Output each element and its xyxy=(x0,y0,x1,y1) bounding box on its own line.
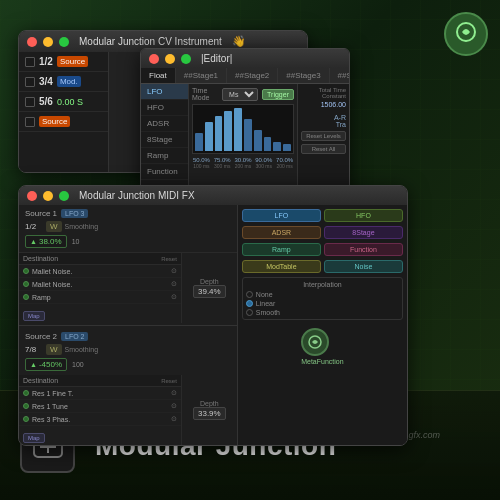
radio-none[interactable] xyxy=(246,291,253,298)
hfo-type-btn[interactable]: HFO xyxy=(324,209,403,222)
tab-stage2[interactable]: ##Stage2 xyxy=(227,68,278,83)
tab-stage4[interactable]: ##Stage4 xyxy=(330,68,350,83)
editor-expand-dot[interactable] xyxy=(181,54,191,64)
interp-none-label: None xyxy=(256,291,273,298)
source2-row: Source 2 LFO 2 xyxy=(25,332,231,341)
interp-smooth[interactable]: Smooth xyxy=(246,309,399,316)
midi-minimize-dot[interactable] xyxy=(43,191,53,201)
dest1-reset[interactable]: Reset xyxy=(161,256,177,262)
interp-none[interactable]: None xyxy=(246,291,399,298)
menu-adsr[interactable]: ADSR xyxy=(141,116,188,132)
reset-levels-btn[interactable]: Reset Levels xyxy=(301,131,346,141)
ramp-type-btn[interactable]: Ramp xyxy=(242,243,321,256)
trigger-btn[interactable]: Trigger xyxy=(262,89,294,100)
right-label-tra: Tra xyxy=(301,121,346,128)
tab-stage3[interactable]: ##Stage3 xyxy=(278,68,329,83)
source1-w-badge: W xyxy=(46,221,62,232)
tab-stage1[interactable]: ##Stage1 xyxy=(176,68,227,83)
dest2-dot-3 xyxy=(23,416,29,422)
radio-smooth[interactable] xyxy=(246,309,253,316)
cv-checkbox-2[interactable] xyxy=(25,77,35,87)
source2-lfo-badge: LFO 2 xyxy=(61,332,88,341)
dest-dot-2 xyxy=(23,281,29,287)
editor-sidebar: LFO HFO ADSR 8Stage Ramp Function ModTab… xyxy=(141,84,189,196)
cv-window-title: Modular Junction CV Instrument xyxy=(79,36,222,47)
cv-mod-label-2: Mod. xyxy=(57,76,81,87)
dest1-map-btn[interactable]: Map xyxy=(23,311,45,321)
menu-ramp[interactable]: Ramp xyxy=(141,148,188,164)
midi-close-dot[interactable] xyxy=(27,191,37,201)
bar-9 xyxy=(273,142,281,151)
cv-fraction-2: 3/4 xyxy=(39,76,53,87)
source1-depth-col: Depth 39.4% xyxy=(182,253,237,323)
right-label-a: A-R xyxy=(301,114,346,121)
dest1-name-2: Mallet Noise. xyxy=(32,281,168,288)
total-time-value: 1506.00 xyxy=(301,101,346,108)
function-type-btn[interactable]: Function xyxy=(324,243,403,256)
dest2-reset[interactable]: Reset xyxy=(161,378,177,384)
dest2-name-2: Res 1 Tune xyxy=(32,403,168,410)
midi-left-panel: Source 1 LFO 3 1/2 W Smoothing ▲ 38.0% 1… xyxy=(19,205,238,445)
interp-linear[interactable]: Linear xyxy=(246,300,399,307)
source2-dest-col: Destination Reset Res 1 Fine T. ⊙ Res 1 … xyxy=(19,375,182,445)
source1-lfo-badge: LFO 3 xyxy=(61,209,88,218)
depth1-value: 39.4% xyxy=(193,285,226,298)
noise-type-btn[interactable]: Noise xyxy=(324,260,403,273)
menu-hfo[interactable]: HFO xyxy=(141,100,188,116)
ms-select[interactable]: Ms xyxy=(222,88,258,101)
cv-row-3: 5/6 0.00 S xyxy=(19,92,108,112)
midi-body: Source 1 LFO 3 1/2 W Smoothing ▲ 38.0% 1… xyxy=(19,205,407,445)
source2-pct: ▲ -450% xyxy=(25,358,67,371)
dest2-name-3: Res 3 Phas. xyxy=(32,416,168,423)
cv-left-panel: 1/2 Source 3/4 Mod. 5/6 0.00 S Source xyxy=(19,52,109,172)
logo-icon xyxy=(455,21,477,48)
source1-row: Source 1 LFO 3 xyxy=(25,209,231,218)
menu-8stage[interactable]: 8Stage xyxy=(141,132,188,148)
editor-minimize-dot[interactable] xyxy=(165,54,175,64)
source2-dot-num: 100 xyxy=(70,361,86,368)
expand-dot[interactable] xyxy=(59,37,69,47)
menu-function[interactable]: Function xyxy=(141,164,188,180)
adsr-type-btn[interactable]: ADSR xyxy=(242,226,321,239)
source1-controls: 1/2 W Smoothing xyxy=(25,221,231,232)
cv-fraction-3: 5/6 xyxy=(39,96,53,107)
editor-close-dot[interactable] xyxy=(149,54,159,64)
dest2-row-1: Res 1 Fine T. ⊙ xyxy=(19,387,181,400)
radio-linear[interactable] xyxy=(246,300,253,307)
cv-checkbox-4[interactable] xyxy=(25,117,35,127)
reset-all-btn[interactable]: Reset All xyxy=(301,144,346,154)
source-divider xyxy=(19,325,237,326)
dest1-row-2: Mallet Noise. ⊙ xyxy=(19,278,181,291)
cv-checkbox-3[interactable] xyxy=(25,97,35,107)
source2-pct-row: ▲ -450% 100 xyxy=(25,358,231,371)
interp-options: None Linear Smooth xyxy=(246,291,399,316)
minimize-dot[interactable] xyxy=(43,37,53,47)
midi-expand-dot[interactable] xyxy=(59,191,69,201)
tab-float[interactable]: Float xyxy=(141,68,176,83)
bar-5 xyxy=(234,108,242,151)
source2-fraction: 7/8 xyxy=(25,345,43,354)
close-dot[interactable] xyxy=(27,37,37,47)
bar-8 xyxy=(264,137,272,151)
bstage-type-btn[interactable]: 8Stage xyxy=(324,226,403,239)
source1-section: Source 1 LFO 3 1/2 W Smoothing ▲ 38.0% 1… xyxy=(19,205,237,253)
source2-section: Source 2 LFO 2 7/8 W Smoothing ▲ -450% 1… xyxy=(19,328,237,375)
source2-w-badge: W xyxy=(46,344,62,355)
dest1-row-3: Ramp ⊙ xyxy=(19,291,181,304)
depth2-value: 33.9% xyxy=(193,407,226,420)
lfo-type-btn[interactable]: LFO xyxy=(242,209,321,222)
dest2-dot-2 xyxy=(23,403,29,409)
cv-checkbox-1[interactable] xyxy=(25,57,35,67)
modtable-type-btn[interactable]: ModTable xyxy=(242,260,321,273)
cv-row-1: 1/2 Source xyxy=(19,52,108,72)
bar-6 xyxy=(244,119,252,151)
gfx-watermark: gfx.com xyxy=(408,430,440,440)
dest1-label: Destination xyxy=(23,255,58,262)
dest2-map-btn[interactable]: Map xyxy=(23,433,45,443)
meta-function-area: MetaFunction xyxy=(242,328,403,365)
source1-pct-row: ▲ 38.0% 10 xyxy=(25,235,231,248)
menu-lfo[interactable]: LFO xyxy=(141,84,188,100)
editor-controls-row: Time Mode Ms Trigger xyxy=(192,87,294,101)
source1-smoothing: Smoothing xyxy=(65,223,98,230)
type-row-4: ModTable Noise xyxy=(242,260,403,273)
